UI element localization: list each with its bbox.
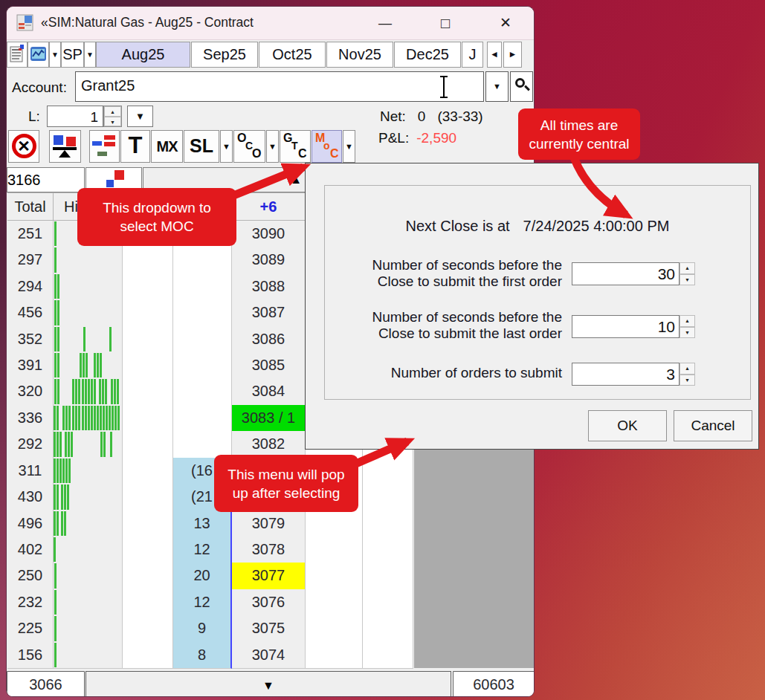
ladder-price-cell[interactable]: 3086 xyxy=(232,326,306,353)
stepper-down[interactable]: ▼ xyxy=(680,375,695,386)
sp-button[interactable]: SP xyxy=(61,42,84,68)
ladder-c3-cell[interactable] xyxy=(123,431,173,458)
account-dropdown[interactable]: ▼ xyxy=(485,71,509,102)
lot-size-stepper[interactable]: ▲ ▼ xyxy=(103,106,122,127)
trail-button[interactable]: T xyxy=(120,130,150,163)
ladder-c3-cell[interactable] xyxy=(123,273,173,300)
ladder-bid-cell[interactable]: 12 xyxy=(173,589,232,616)
oco-button[interactable]: OCO xyxy=(233,130,265,163)
ladder-price-cell[interactable]: 3085 xyxy=(232,352,306,379)
ladder-c6-cell[interactable] xyxy=(363,511,413,537)
ladder-price-cell[interactable]: 3076 xyxy=(232,589,306,616)
moc-button[interactable]: MoC xyxy=(312,130,342,163)
first-order-seconds-stepper[interactable]: 30 ▲ ▼ xyxy=(572,262,695,285)
account-input[interactable]: Grant25 xyxy=(75,71,484,102)
ladder-c3-cell[interactable] xyxy=(123,642,173,669)
ladder-c3-cell[interactable] xyxy=(123,615,173,642)
chart-button[interactable] xyxy=(28,42,49,68)
ladder-c5-cell[interactable] xyxy=(306,642,363,669)
stepper-up[interactable]: ▲ xyxy=(680,315,695,327)
ladder-c3-cell[interactable] xyxy=(123,484,173,511)
order-settings-button[interactable] xyxy=(7,42,28,68)
tab-scroll-right[interactable]: ► xyxy=(503,42,522,68)
tab-aug25[interactable]: Aug25 xyxy=(96,42,190,68)
ladder-c6-cell[interactable] xyxy=(363,615,413,642)
ladder-c5-cell[interactable] xyxy=(306,537,363,563)
ladder-price-cell[interactable]: 3087 xyxy=(232,299,306,326)
ok-button[interactable]: OK xyxy=(588,410,667,441)
ladder-c5-cell[interactable] xyxy=(306,589,363,616)
ladder-c3-cell[interactable] xyxy=(123,378,173,405)
ladder-c3-cell[interactable] xyxy=(123,537,173,563)
tab-sep25[interactable]: Sep25 xyxy=(191,42,258,68)
ladder-c3-cell[interactable] xyxy=(123,589,173,616)
order-count-stepper[interactable]: 3 ▲ ▼ xyxy=(572,363,695,386)
ladder-c6-cell[interactable] xyxy=(363,642,413,669)
ladder-c3-cell[interactable] xyxy=(123,405,173,432)
ladder-c3-cell[interactable] xyxy=(123,299,173,326)
account-search-button[interactable] xyxy=(510,71,533,102)
order-count-input[interactable]: 3 xyxy=(572,363,680,386)
ladder-c6-cell[interactable] xyxy=(363,458,413,485)
lot-size-dropdown[interactable]: ▼ xyxy=(127,106,153,127)
stepper-up[interactable]: ▲ xyxy=(680,363,695,375)
cancel-all-orders-button[interactable]: ✕ xyxy=(8,130,39,163)
ladder-c3-cell[interactable] xyxy=(123,326,173,353)
first-order-seconds-input[interactable]: 30 xyxy=(572,262,680,285)
mx-button[interactable]: MX xyxy=(151,130,183,163)
ladder-c3-cell[interactable] xyxy=(123,563,173,589)
ladder-c5-cell[interactable] xyxy=(306,615,363,642)
ladder-price-cell[interactable]: 3078 xyxy=(232,537,306,563)
balance-position-button[interactable] xyxy=(49,130,81,163)
tab-dec25[interactable]: Dec25 xyxy=(394,42,461,68)
flatten-button[interactable] xyxy=(89,130,120,163)
stop-limit-dropdown[interactable]: ▼ xyxy=(220,130,233,163)
ladder-c6-cell[interactable] xyxy=(363,563,413,589)
tab-nov25[interactable]: Nov25 xyxy=(326,42,393,68)
stepper-down[interactable]: ▼ xyxy=(680,327,695,339)
stop-limit-button[interactable]: SL xyxy=(184,130,219,163)
stepper-up[interactable]: ▲ xyxy=(104,106,121,117)
ladder-bid-cell[interactable]: 8 xyxy=(173,642,232,669)
lot-size-input[interactable]: 1 xyxy=(47,106,103,127)
ladder-price-cell[interactable]: 3088 xyxy=(232,273,306,300)
ladder-c3-cell[interactable] xyxy=(123,458,173,485)
ladder-c5-cell[interactable] xyxy=(306,563,363,589)
scroll-down-track[interactable]: ▼ xyxy=(85,671,451,697)
ladder-bid-cell[interactable] xyxy=(173,299,232,326)
ladder-price-cell[interactable]: 3084 xyxy=(232,378,306,405)
tab-oct25[interactable]: Oct25 xyxy=(259,42,326,68)
ladder-price-cell[interactable]: 3089 xyxy=(232,247,306,273)
ladder-c6-cell[interactable] xyxy=(363,589,413,616)
sp-dropdown[interactable]: ▼ xyxy=(84,42,96,68)
tab-scroll-left[interactable]: ◄ xyxy=(487,42,502,68)
ladder-c5-cell[interactable] xyxy=(306,511,363,537)
title-bar[interactable]: «SIM:Natural Gas - Aug25 - Contract — □ … xyxy=(7,7,534,40)
stepper-down[interactable]: ▼ xyxy=(680,274,695,286)
tab-j[interactable]: J xyxy=(462,42,483,68)
stepper-up[interactable]: ▲ xyxy=(680,262,695,274)
close-button[interactable]: ✕ xyxy=(492,11,519,35)
ladder-c3-cell[interactable] xyxy=(123,511,173,537)
last-order-seconds-stepper[interactable]: 10 ▲ ▼ xyxy=(572,315,695,338)
oco-dropdown[interactable]: ▼ xyxy=(266,130,279,163)
ladder-bid-cell[interactable]: 9 xyxy=(173,615,232,642)
moc-dropdown[interactable]: ▼ xyxy=(343,130,355,163)
ladder-bid-cell[interactable] xyxy=(173,405,232,432)
ladder-c3-cell[interactable] xyxy=(123,352,173,379)
ladder-price-cell[interactable]: 3077 xyxy=(232,563,306,589)
last-order-seconds-input[interactable]: 10 xyxy=(572,315,680,338)
ladder-price-cell[interactable]: 3079 xyxy=(232,511,306,537)
gtc-button[interactable]: GTC xyxy=(280,130,311,163)
ladder-bid-cell[interactable] xyxy=(173,352,232,379)
scroll-up-icon[interactable]: ▲ xyxy=(290,168,302,192)
ladder-bid-cell[interactable] xyxy=(173,247,232,273)
ladder-price-cell[interactable]: 3083 / 1 xyxy=(232,405,306,432)
ladder-bid-cell[interactable] xyxy=(173,378,232,405)
scroll-down-icon[interactable]: ▼ xyxy=(262,679,274,692)
ladder-bid-cell[interactable]: 13 xyxy=(173,511,232,537)
ladder-c3-cell[interactable] xyxy=(123,247,173,273)
ladder-bid-cell[interactable]: 12 xyxy=(173,537,232,563)
ladder-bid-cell[interactable] xyxy=(173,326,232,353)
ladder-price-cell[interactable]: 3090 xyxy=(232,221,306,247)
